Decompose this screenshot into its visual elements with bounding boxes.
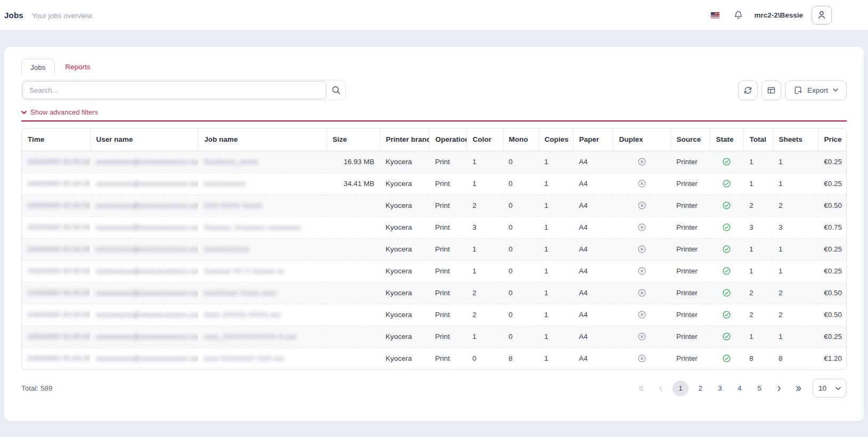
mono-count-cell: 0: [503, 260, 538, 282]
operation-cell: Print: [429, 347, 466, 369]
table-row[interactable]: 0/00/0000 00:00:00 XXxxxxxxxxxx@xxxxxxxx…: [22, 173, 847, 195]
flag-canton: [711, 12, 715, 15]
job-name-cell: xxxXxxxxxxxx: [198, 238, 326, 260]
size-cell: [326, 195, 380, 216]
total-cell: 2: [743, 282, 773, 304]
pagination-page-1[interactable]: 1: [673, 381, 689, 396]
redacted-text: xxxxXxxxx Xxxxx xxxx: [204, 289, 277, 297]
page-size-select[interactable]: 10: [813, 379, 847, 398]
redacted-text: xxxxxxxxxx@xxxxxxxxxxxxx.xxx: [96, 289, 198, 297]
pagination-page-4[interactable]: 4: [732, 381, 748, 396]
redacted-text: xxxxxxxxxx@xxxxxxxxxxxxx.xxx: [96, 267, 198, 275]
table-row[interactable]: 0/00/0000 00:00:00 XXxxxxxxxxxx@xxxxxxxx…: [22, 304, 847, 326]
total-cell: 2: [743, 195, 773, 216]
tab-reports[interactable]: Reports: [55, 59, 101, 75]
job-state-cell: [710, 347, 743, 369]
pagination-page-2[interactable]: 2: [692, 381, 708, 396]
column-header-color[interactable]: Color: [466, 128, 503, 151]
printer-brand-cell: Kyocera: [380, 304, 429, 326]
copies-cell: 1: [538, 260, 573, 282]
column-header-job-name[interactable]: Job name: [198, 128, 326, 151]
copies-cell: 1: [538, 326, 573, 347]
search-button[interactable]: [326, 85, 345, 95]
columns-layout-icon: [767, 86, 776, 95]
chevrons-left-icon: [638, 385, 644, 392]
column-header-paper[interactable]: Paper: [573, 128, 613, 151]
column-header-price[interactable]: Price: [818, 128, 847, 151]
mono-count-cell: 0: [503, 151, 538, 173]
source-cell: Printer: [670, 151, 710, 173]
source-cell: Printer: [670, 347, 710, 369]
size-cell: [326, 282, 380, 304]
column-header-source[interactable]: Source: [670, 128, 710, 151]
column-header-mono[interactable]: Mono: [503, 128, 538, 151]
table-row[interactable]: 0/00/0000 00:00:00 XXxxxxxxxxxx@xxxxxxxx…: [22, 347, 847, 369]
current-user-name: mrc2-2\Bessie: [754, 11, 803, 19]
user-menu-button[interactable]: [812, 6, 832, 25]
column-header-sheets[interactable]: Sheets: [773, 128, 818, 151]
toolbar: Export: [21, 80, 847, 100]
success-circle-icon: [722, 223, 731, 232]
job-state-cell: [710, 216, 743, 238]
job-state-cell: [710, 151, 743, 173]
language-flag-us[interactable]: [711, 12, 719, 18]
column-header-total[interactable]: Total: [743, 128, 773, 151]
pagination-first-button[interactable]: [633, 381, 649, 396]
redacted-text: xxxxxxxxxx@xxxxxxxxxxxxx.xxx: [96, 158, 198, 166]
operation-cell: Print: [429, 326, 466, 347]
refresh-button[interactable]: [738, 80, 758, 100]
pagination-page-5[interactable]: 5: [751, 381, 767, 396]
column-header-operation[interactable]: Operation: [429, 128, 466, 151]
job-name-cell: XXX-XXXX Xxxxx: [198, 195, 326, 216]
tab-jobs[interactable]: Jobs: [21, 59, 55, 75]
cancel-circle-icon: [637, 157, 646, 166]
sheets-cell: 2: [773, 282, 818, 304]
table-row[interactable]: 0/00/0000 00:00:00 XXxxxxxxxxxx@xxxxxxxx…: [22, 282, 847, 304]
table-row[interactable]: 0/00/0000 00:00:00 XXxxxxxxxxxx@xxxxxxxx…: [22, 216, 847, 238]
color-count-cell: 2: [466, 195, 503, 216]
source-cell: Printer: [670, 326, 710, 347]
notifications-button[interactable]: [733, 10, 743, 20]
page-title: Jobs: [4, 11, 23, 20]
price-cell: €0.50: [818, 282, 847, 304]
table-row[interactable]: 0/00/0000 00:00:00 XXxxxxxxxxxx@xxxxxxxx…: [22, 151, 847, 173]
pagination-page-3[interactable]: 3: [712, 381, 728, 396]
total-count: Total: 589: [21, 384, 53, 392]
export-button[interactable]: Export: [785, 80, 847, 100]
color-count-cell: 1: [466, 173, 503, 195]
price-cell: €1.20: [818, 347, 847, 369]
pagination-prev-button[interactable]: [653, 381, 669, 396]
column-settings-button[interactable]: [761, 80, 781, 100]
column-header-user-name[interactable]: User name: [90, 128, 198, 151]
column-header-duplex[interactable]: Duplex: [613, 128, 670, 151]
column-header-printer-brand[interactable]: Printer brand: [380, 128, 429, 151]
column-header-time[interactable]: Time: [22, 128, 90, 151]
topbar: Jobs Your jobs overview. mrc2-2\Bessie: [0, 0, 868, 30]
printer-brand-cell: Kyocera: [380, 326, 429, 347]
duplex-status-cell: [613, 173, 670, 195]
user-name-cell: xxxxxxxxxx@xxxxxxxxxxxxx.xxx: [90, 347, 198, 369]
search-input[interactable]: [22, 81, 326, 99]
copies-cell: 1: [538, 282, 573, 304]
chevron-down-icon: [836, 387, 841, 390]
pagination-last-button[interactable]: [791, 381, 807, 396]
sheets-cell: 2: [773, 195, 818, 216]
color-count-cell: 2: [466, 282, 503, 304]
pagination-next-button[interactable]: [771, 381, 787, 396]
table-row[interactable]: 0/00/0000 00:00:00 XXxxxxxxxxxx@xxxxxxxx…: [22, 326, 847, 347]
duplex-status-cell: [613, 151, 670, 173]
cancel-circle-icon: [637, 266, 646, 276]
copies-cell: 1: [538, 216, 573, 238]
column-header-size[interactable]: Size: [326, 128, 380, 151]
column-header-copies[interactable]: Copies: [538, 128, 573, 151]
printer-brand-cell: Kyocera: [380, 260, 429, 282]
redacted-text: Xxxxxxx_Xxxxxxxx xxxxxxxxx: [204, 223, 301, 231]
table-row[interactable]: 0/00/0000 00:00:00 XXxxxxxxxxxx@xxxxxxxx…: [22, 260, 847, 282]
color-count-cell: 2: [466, 304, 503, 326]
table-row[interactable]: 0/00/0000 00:00:00 XXxxxxxxxxxx@xxxxxxxx…: [22, 195, 847, 216]
user-name-cell: xxxxxxxxxx@xxxxxxxxxxxxx.xxx: [90, 151, 198, 173]
color-count-cell: 0: [466, 347, 503, 369]
column-header-state[interactable]: State: [710, 128, 743, 151]
table-row[interactable]: 0/00/0000 00:00:00 XXxxxxxxxxxx@xxxxxxxx…: [22, 238, 847, 260]
advanced-filters-toggle[interactable]: Show advanced filters: [21, 108, 98, 116]
